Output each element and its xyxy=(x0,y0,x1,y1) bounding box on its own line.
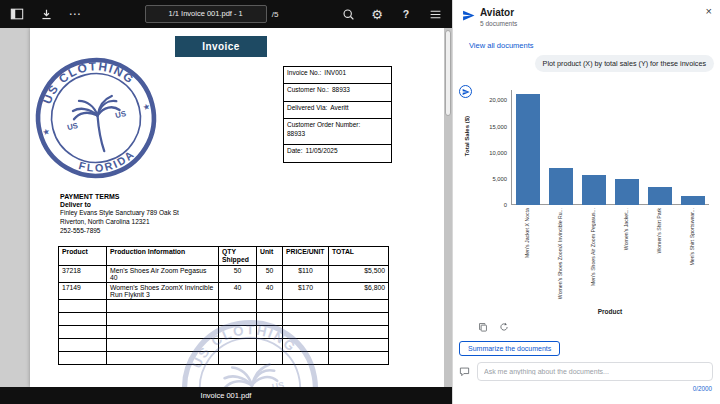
sidebar-toggle-icon xyxy=(10,7,24,21)
aviator-panel: Aviator 5 documents × View all documents… xyxy=(452,0,720,404)
y-tick-label: 0 xyxy=(469,202,507,208)
chart-plot-frame xyxy=(511,90,709,205)
sidebar-toggle-button[interactable] xyxy=(9,6,25,22)
items-cell xyxy=(329,325,389,338)
items-cell: 50 xyxy=(219,265,257,282)
close-panel-button[interactable]: × xyxy=(706,5,712,17)
ask-input[interactable] xyxy=(477,362,713,381)
items-header-cell: Production Information xyxy=(107,247,219,266)
x-tick-label: Men's Shirt Sportswear... xyxy=(689,208,695,266)
overflow-icon: ⋯ xyxy=(69,7,82,21)
aviator-logo-icon xyxy=(462,9,475,22)
view-all-documents-link[interactable]: View all documents xyxy=(469,41,533,50)
viewer-statusbar: Invoice 001.pdf xyxy=(0,387,452,404)
items-cell xyxy=(329,351,389,364)
payment-terms-block: PAYMENT TERMS Deliver to Finley Evans St… xyxy=(60,193,240,235)
items-cell: $110 xyxy=(283,265,329,282)
chart-bar xyxy=(615,179,639,205)
close-icon: × xyxy=(706,5,712,17)
items-cell xyxy=(107,312,219,325)
items-cell: $170 xyxy=(283,282,329,299)
invoice-info-table: Invoice No.:INV001Customer No.:88933Deli… xyxy=(283,66,392,163)
y-tick-label: 10,000 xyxy=(469,150,507,156)
stamp-us-right: US xyxy=(114,109,127,120)
stamp-us-left: US xyxy=(66,121,79,132)
address-line: 252-555-7895 xyxy=(60,226,240,235)
items-header-cell: PRICE/UNIT xyxy=(283,247,329,266)
items-cell: 50 xyxy=(257,265,283,282)
scrollbar-thumb[interactable] xyxy=(445,30,451,116)
palm-tree-icon xyxy=(70,92,128,156)
document-area: Invoice US CLOTHING FLORIDA US xyxy=(0,28,452,387)
items-cell: Women's Shoes ZoomX Invincible Run Flykn… xyxy=(107,282,219,299)
items-cell: 17149 xyxy=(59,282,107,299)
chart-bar xyxy=(648,187,672,205)
page-count-label: /5 xyxy=(272,10,279,19)
toolbar-right-group: ⚙ ? xyxy=(340,6,443,22)
payment-terms-heading: PAYMENT TERMS xyxy=(60,193,240,200)
items-cell xyxy=(219,299,257,312)
items-cell: $6,800 xyxy=(329,282,389,299)
x-tick-label: Women's Jacket... xyxy=(623,208,629,250)
items-cell xyxy=(257,299,283,312)
x-tick-label: Men's Shoes Air Zoom Pegasus... xyxy=(590,208,596,286)
chart-bar xyxy=(549,168,573,205)
copy-icon xyxy=(478,322,488,332)
items-cell xyxy=(329,312,389,325)
copy-response-button[interactable] xyxy=(477,320,488,331)
toolbar-center-group: 1/1 Invoice 001.pdf - 1 /5 xyxy=(83,5,340,23)
invoice-info-cell: Date:11/05/2025 xyxy=(283,144,392,162)
search-icon xyxy=(342,8,355,21)
invoice-info-cell: Delivered Via:Averitt xyxy=(283,101,392,119)
items-row: 37218Men's Shoes Air Zoom Pegasus 405050… xyxy=(59,265,389,282)
overflow-menu-button[interactable]: ⋯ xyxy=(67,6,83,22)
x-tick-label: Women's Shoes ZoomX Invincible Ru... xyxy=(557,208,563,299)
sales-chart: Total Sales ($) Product 05,00010,00015,0… xyxy=(463,84,719,318)
items-cell: 37218 xyxy=(59,265,107,282)
x-tick-label: Women's Shirt Park xyxy=(656,208,662,254)
address-line: Riverton, North Carolina 12321 xyxy=(60,217,240,226)
items-header-cell: TOTAL xyxy=(329,247,389,266)
items-header-row: ProductProduction InformationQTY Shipped… xyxy=(59,247,389,266)
help-button[interactable]: ? xyxy=(398,6,414,22)
settings-button[interactable]: ⚙ xyxy=(369,6,385,22)
star-icon: ★ xyxy=(42,127,51,138)
invoice-info-cell: Customer Order Number:88933 xyxy=(283,118,392,145)
chart-bar xyxy=(582,175,606,205)
regenerate-button[interactable] xyxy=(498,320,509,331)
items-cell: 40 xyxy=(219,282,257,299)
viewer-scrollbar[interactable] xyxy=(444,28,452,387)
items-row xyxy=(59,299,389,312)
items-cell xyxy=(329,299,389,312)
address-line: Finley Evans Style Sanctuary 789 Oak St xyxy=(60,208,240,217)
invoice-info-cell: Invoice No.:INV001 xyxy=(283,66,392,84)
items-cell: $5,500 xyxy=(329,265,389,282)
hamburger-icon xyxy=(429,8,442,21)
items-cell xyxy=(59,338,107,351)
invoice-page: Invoice US CLOTHING FLORIDA US xyxy=(30,28,444,387)
items-cell: 40 xyxy=(257,282,283,299)
y-tick-label: 5,000 xyxy=(469,176,507,182)
y-tick-label: 15,000 xyxy=(469,124,507,130)
items-cell: Men's Shoes Air Zoom Pegasus 40 xyxy=(107,265,219,282)
menu-button[interactable] xyxy=(427,6,443,22)
y-tick-label: 20,000 xyxy=(469,97,507,103)
download-button[interactable] xyxy=(38,6,54,22)
page-number-input[interactable]: 1/1 Invoice 001.pdf - 1 xyxy=(145,5,267,23)
toolbar-left-group: ⋯ xyxy=(9,6,83,22)
items-header-cell: QTY Shipped xyxy=(219,247,257,266)
payment-address: Finley Evans Style Sanctuary 789 Oak StR… xyxy=(60,208,240,235)
x-tick-label: Men's Jacket X Nocta xyxy=(524,208,530,258)
refresh-icon xyxy=(499,322,509,332)
us-clothing-stamp: US CLOTHING FLORIDA US US ★ ★ xyxy=(30,43,171,193)
deliver-to-label: Deliver to xyxy=(60,201,240,208)
pdf-viewer: ⋯ 1/1 Invoice 001.pdf - 1 /5 ⚙ ? xyxy=(0,0,452,404)
character-counter: 0/2000 xyxy=(693,385,712,392)
document-count-label: 5 documents xyxy=(480,20,517,27)
search-button[interactable] xyxy=(340,6,356,22)
stamp-top-text: US CLOTHING xyxy=(33,49,139,108)
summarize-documents-button[interactable]: Summarize the documents xyxy=(459,341,560,356)
items-cell xyxy=(59,312,107,325)
svg-text:US CLOTHING: US CLOTHING xyxy=(33,49,139,108)
gear-icon: ⚙ xyxy=(371,8,383,21)
